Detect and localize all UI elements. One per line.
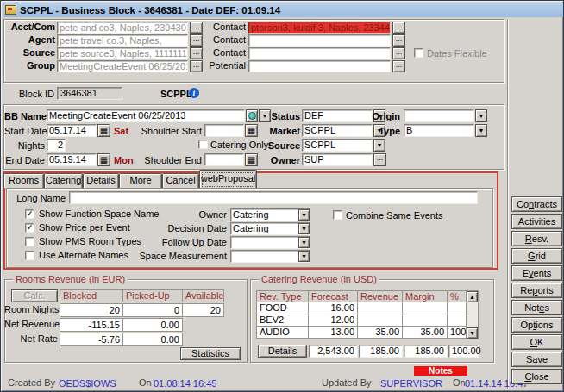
catering-cell[interactable]: 16.00 — [308, 302, 358, 314]
end-date-field[interactable]: 05.19.14 — [47, 153, 97, 166]
tab-webproposal[interactable]: webProposal — [199, 170, 257, 188]
checkbox-showpmsroomtypes[interactable] — [25, 237, 34, 246]
catering-cell[interactable] — [402, 314, 448, 327]
rooms-cell[interactable]: -5.76 — [60, 333, 123, 346]
side-button-resv[interactable]: Resv. — [511, 231, 562, 246]
source-field[interactable]: SCPPL — [302, 139, 373, 152]
lov-ellipsis-button[interactable]: ... — [392, 34, 405, 47]
side-button-grid[interactable]: Grid — [511, 248, 562, 264]
market-field[interactable]: SCPPL — [302, 124, 373, 137]
contact-field-2[interactable] — [248, 47, 391, 59]
contact-field-1[interactable] — [248, 34, 391, 47]
potential-field-3[interactable] — [248, 60, 391, 72]
calendar-icon[interactable]: ▦ — [97, 153, 110, 166]
side-button-events[interactable]: Events — [511, 265, 562, 281]
lov-ellipsis-button[interactable]: ... — [190, 34, 203, 47]
catering-cell[interactable]: AUDIO — [256, 326, 309, 339]
calendar-icon[interactable]: ▦ — [245, 153, 258, 166]
tab-details[interactable]: Details — [83, 173, 119, 188]
source-field[interactable]: pete source3, Naples, 1111111111 — [57, 47, 188, 59]
catering-cell[interactable]: 13.00 — [308, 326, 358, 339]
calendar-icon[interactable]: ▦ — [245, 124, 258, 137]
shoulder-end-field[interactable] — [204, 153, 244, 166]
calendar-icon[interactable]: ▦ — [97, 124, 110, 137]
owner-field[interactable]: SUP — [302, 153, 373, 166]
dates-flexible-label: Dates Flexible — [427, 48, 492, 59]
side-button-reports[interactable]: Reports — [511, 283, 562, 298]
details-button[interactable]: Details — [258, 345, 307, 358]
notes-lamp[interactable]: Notes — [414, 366, 467, 376]
side-button-contracts[interactable]: Contracts — [511, 196, 562, 212]
start-date-field[interactable]: 05.17.14 — [47, 124, 97, 137]
bbname-field[interactable]: MeetingCreateEvent 06/25/2013 — [47, 109, 245, 122]
scroll-up-icon[interactable]: ▲ — [467, 291, 478, 302]
acctcom-field[interactable]: pete and co3, Naples, 2394301212 — [57, 22, 188, 34]
dropdown-arrow-icon[interactable]: ▼ — [298, 223, 310, 234]
catering-cell[interactable] — [357, 314, 403, 327]
catering-cell[interactable] — [447, 314, 467, 327]
lov-ellipsis-button[interactable]: ... — [392, 47, 405, 59]
statistics-button[interactable]: Statistics — [180, 347, 241, 360]
checkbox-showfunctionspacename[interactable]: ✓ — [25, 209, 34, 219]
owner-ellipsis-button[interactable]: ... — [373, 153, 386, 166]
catering-cell[interactable] — [447, 302, 467, 314]
dropdown-arrow-icon[interactable]: ▼ — [298, 251, 310, 262]
tab-more[interactable]: More — [119, 173, 162, 188]
catering-cell[interactable]: FOOD — [256, 302, 309, 314]
catering-cell[interactable]: BEV2 — [256, 314, 309, 327]
rooms-cell[interactable]: 0.00 — [122, 318, 183, 332]
nights-field[interactable]: 2 — [47, 139, 66, 152]
scroll-down-icon[interactable]: ▼ — [467, 327, 478, 339]
checkbox-showpriceperevent[interactable]: ✓ — [25, 223, 34, 233]
tab-catering[interactable]: Catering — [44, 173, 83, 188]
lov-ellipsis-button[interactable]: ... — [392, 60, 405, 72]
info-icon[interactable]: i — [189, 88, 199, 98]
catering-cell[interactable] — [357, 302, 403, 314]
catering-cell[interactable]: 35.00 — [402, 326, 448, 339]
rooms-cell[interactable]: 20 — [60, 303, 123, 317]
shoulder-start-field[interactable] — [204, 124, 244, 137]
button-label-part: esv. — [532, 233, 548, 244]
catering-only-checkbox[interactable] — [198, 140, 208, 149]
agent-field[interactable]: pete travel co.3, Naples, — [57, 34, 188, 47]
origin-dropdown-button[interactable]: ▼ — [475, 109, 487, 122]
dropdown-label-owner: Owner — [130, 210, 227, 221]
globe-button[interactable] — [246, 109, 258, 122]
catering-cell[interactable]: 100 — [447, 326, 467, 339]
catering-cell[interactable]: 12.00 — [308, 314, 358, 327]
catering-cell[interactable] — [402, 302, 448, 314]
checkbox-usealternatenames[interactable] — [25, 251, 34, 260]
button-label-part: orts — [537, 285, 553, 296]
side-button-notes[interactable]: Notes — [511, 300, 562, 315]
lov-ellipsis-button[interactable]: ... — [392, 22, 405, 34]
side-button-save[interactable]: Save — [511, 352, 562, 367]
contact-field-0[interactable]: ptorson3, kuldif 3, Naples, 2334446855 — [248, 22, 391, 34]
side-button-activities[interactable]: Activities — [511, 214, 562, 229]
tab-cancel[interactable]: Cancel — [162, 173, 199, 188]
rooms-cell[interactable]: 0.00 — [122, 333, 183, 346]
type-dropdown-button[interactable]: ▼ — [475, 124, 487, 137]
tab-rooms[interactable]: Rooms — [3, 173, 44, 188]
type-field[interactable]: B — [404, 124, 474, 137]
lov-ellipsis-button[interactable]: ... — [190, 60, 203, 72]
lov-ellipsis-button[interactable]: ... — [190, 22, 203, 34]
dropdown-arrow-icon[interactable]: ▼ — [298, 209, 310, 221]
dates-flexible-checkbox[interactable] — [414, 48, 423, 58]
catering-cell[interactable]: 35.00 — [357, 326, 403, 339]
field-label-acctcom: Acct/Com — [4, 22, 55, 34]
source-dropdown-button[interactable]: ▼ — [373, 139, 385, 152]
side-button-close[interactable]: Close — [511, 369, 562, 384]
combine-same-events-checkbox[interactable] — [333, 210, 342, 220]
rooms-cell[interactable]: 0 — [122, 303, 183, 317]
catering-scrollbar[interactable]: ▲ ▼ — [466, 290, 479, 339]
lov-ellipsis-button[interactable]: ... — [190, 47, 203, 59]
group-field[interactable]: MeetingCreateEvent 06/25/2013 — [57, 60, 188, 72]
dropdown-arrow-icon[interactable]: ▼ — [298, 237, 310, 248]
side-button-ok[interactable]: OK — [511, 334, 562, 350]
long-name-field[interactable] — [69, 191, 478, 204]
rooms-cell[interactable]: 20 — [182, 303, 224, 317]
side-button-options[interactable]: Options — [511, 317, 562, 333]
rooms-cell[interactable]: -115.15 — [60, 318, 123, 332]
status-field[interactable]: DEF — [302, 109, 373, 122]
origin-field[interactable] — [404, 109, 474, 122]
